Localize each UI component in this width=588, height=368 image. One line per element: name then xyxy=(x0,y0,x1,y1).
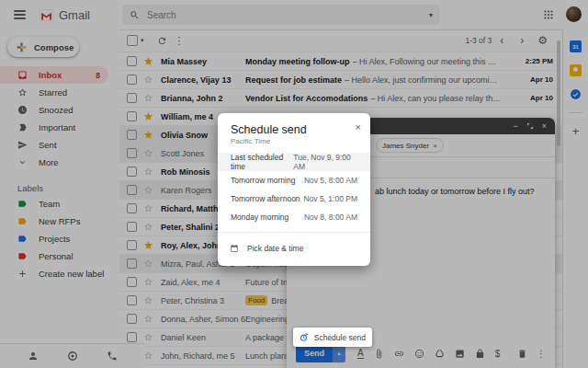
schedule-option[interactable]: Last scheduled time Tue, Nov 9, 9:00 AM xyxy=(218,153,370,171)
dialog-options: Last scheduled time Tue, Nov 9, 9:00 AM … xyxy=(218,153,370,226)
dialog-divider xyxy=(218,232,370,233)
pick-date-time-label: Pick date & time xyxy=(247,244,303,253)
schedule-send-icon xyxy=(300,332,310,342)
dialog-timezone: Pacific Time xyxy=(218,136,370,153)
schedule-option[interactable]: Tomorrow morning Nov 5, 8:00 AM xyxy=(218,171,370,190)
schedule-option[interactable]: Monday morning Nov 8, 8:00 AM xyxy=(218,208,370,226)
schedule-send-dialog: Schedule send Pacific Time × Last schedu… xyxy=(218,113,370,266)
schedule-send-menu-item[interactable]: Schedule send xyxy=(293,328,372,347)
pick-date-time-option[interactable]: Pick date & time xyxy=(218,238,370,259)
dialog-close-icon[interactable]: × xyxy=(356,122,361,132)
schedule-send-menu-label: Schedule send xyxy=(314,333,366,342)
gmail-app: Gmail Search ▾ Compose Inbox 8 Starred S… xyxy=(0,0,588,368)
calendar-pick-icon xyxy=(230,244,239,253)
schedule-option[interactable]: Tomorrow afternoon Nov 5, 1:00 PM xyxy=(218,190,370,208)
dialog-title: Schedule send xyxy=(218,123,370,136)
